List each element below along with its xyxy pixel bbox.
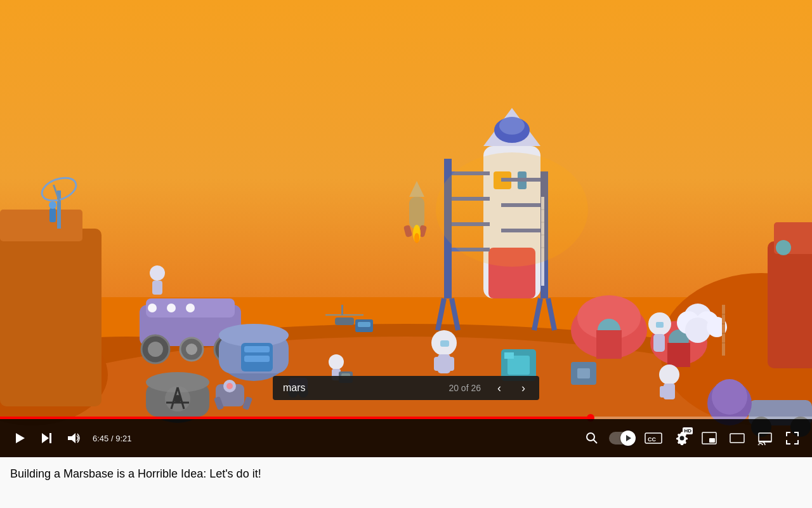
svg-point-135 — [587, 433, 594, 441]
svg-rect-144 — [759, 433, 771, 442]
svg-rect-74 — [667, 343, 690, 367]
svg-rect-93 — [722, 305, 725, 356]
cast-icon — [757, 431, 773, 445]
search-prev-button[interactable]: ‹ — [494, 381, 505, 395]
svg-point-140 — [680, 436, 684, 441]
play-icon — [13, 431, 27, 445]
svg-rect-78 — [448, 357, 454, 371]
svg-rect-100 — [660, 386, 665, 398]
svg-rect-40 — [341, 305, 343, 315]
fullscreen-icon — [785, 431, 799, 445]
svg-rect-101 — [669, 386, 675, 398]
volume-button[interactable] — [63, 429, 82, 448]
svg-point-22 — [167, 304, 176, 312]
svg-line-61 — [534, 298, 540, 330]
autoplay-play-icon — [626, 435, 631, 441]
total-time: 9:21 — [115, 434, 131, 443]
search-icon — [585, 431, 599, 445]
svg-point-98 — [659, 364, 679, 385]
search-overlay: mars 20 of 26 ‹ › — [273, 376, 539, 400]
svg-marker-131 — [16, 433, 25, 443]
svg-rect-71 — [596, 330, 622, 359]
volume-icon — [66, 431, 80, 445]
svg-rect-77 — [434, 357, 440, 371]
theater-icon — [730, 431, 745, 445]
autoplay-toggle[interactable] — [609, 432, 634, 444]
svg-rect-42 — [358, 322, 370, 327]
svg-point-125 — [712, 379, 747, 415]
svg-point-126 — [329, 354, 344, 370]
svg-point-21 — [148, 304, 157, 312]
svg-point-117 — [226, 383, 233, 389]
svg-point-30 — [150, 265, 165, 281]
svg-rect-142 — [709, 438, 715, 443]
autoplay-knob — [620, 431, 636, 446]
miniplayer-icon — [702, 431, 717, 445]
svg-rect-31 — [152, 281, 162, 295]
fullscreen-button[interactable] — [783, 429, 802, 448]
svg-marker-33 — [409, 181, 424, 197]
current-time: 6:45 — [93, 434, 108, 443]
svg-rect-143 — [730, 434, 744, 443]
svg-rect-38 — [335, 318, 354, 325]
svg-text:CC: CC — [648, 436, 656, 443]
svg-point-12 — [49, 201, 56, 209]
next-button[interactable] — [37, 429, 56, 448]
next-icon — [39, 431, 53, 445]
svg-rect-133 — [49, 433, 51, 443]
search-term: mars — [283, 382, 306, 394]
svg-rect-79 — [440, 340, 449, 347]
video-player: mars 20 of 26 ‹ › — [0, 0, 812, 457]
svg-rect-7 — [0, 210, 82, 241]
svg-point-104 — [776, 240, 791, 255]
svg-point-146 — [758, 444, 760, 446]
svg-rect-32 — [409, 197, 424, 229]
cc-icon: CC — [645, 431, 662, 445]
controls-bar: 6:45 / 9:21 CC — [0, 419, 812, 457]
svg-point-130 — [436, 152, 588, 267]
search-button[interactable] — [582, 429, 601, 448]
video-title-area: Building a Marsbase is a Horrible Idea: … — [0, 457, 812, 486]
autoplay-track[interactable] — [609, 432, 634, 444]
cc-button[interactable]: CC — [642, 429, 665, 448]
svg-rect-29 — [244, 356, 270, 362]
search-next-button[interactable]: › — [518, 381, 529, 395]
svg-rect-86 — [653, 334, 665, 352]
svg-point-16 — [148, 342, 163, 357]
svg-rect-87 — [656, 322, 664, 328]
svg-rect-28 — [244, 346, 270, 352]
svg-point-23 — [186, 304, 195, 312]
cast-button[interactable] — [755, 429, 775, 448]
svg-point-20 — [186, 344, 197, 355]
svg-rect-102 — [768, 241, 812, 368]
svg-marker-132 — [42, 433, 49, 443]
svg-rect-6 — [0, 229, 102, 406]
time-display: 6:45 / 9:21 — [93, 434, 131, 443]
play-button[interactable] — [10, 429, 29, 448]
miniplayer-button[interactable] — [699, 429, 719, 448]
svg-rect-11 — [49, 208, 56, 222]
svg-point-49 — [499, 117, 525, 135]
svg-point-37 — [414, 233, 419, 243]
video-title: Building a Marsbase is a Horrible Idea: … — [10, 467, 802, 481]
svg-rect-82 — [504, 352, 514, 359]
search-count: 20 of 26 — [449, 383, 481, 393]
svg-point-91 — [685, 318, 710, 343]
svg-line-136 — [594, 440, 598, 444]
svg-line-62 — [548, 298, 554, 330]
theater-button[interactable] — [727, 429, 747, 448]
hd-badge: HD — [683, 427, 693, 434]
settings-wrapper: HD — [672, 429, 691, 448]
svg-rect-84 — [577, 368, 590, 378]
svg-marker-134 — [68, 433, 75, 443]
